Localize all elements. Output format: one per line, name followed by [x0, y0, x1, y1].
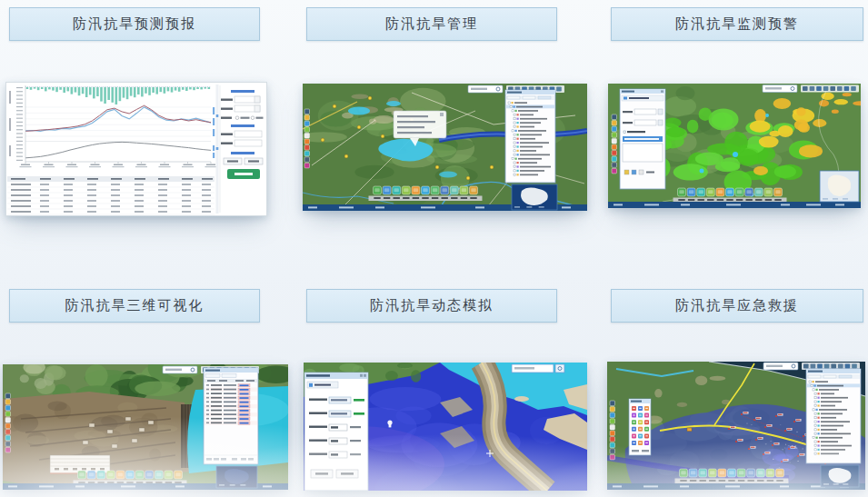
overview-minimap	[512, 184, 557, 210]
feature-screenshot-monitoring[interactable]	[608, 84, 861, 208]
management-map-image	[303, 84, 587, 211]
overview-minimap	[821, 465, 859, 487]
overview-minimap	[820, 171, 859, 202]
breach-simulation-dialog	[304, 373, 368, 491]
layer-tree-panel	[806, 369, 861, 463]
monitoring-map-image	[608, 84, 861, 208]
feature-title-label: 防汛抗旱应急救援	[675, 297, 799, 314]
product-overview-page: 防汛抗旱预测预报 防汛抗旱管理 防汛抗旱监测预警 防汛抗旱三维可视化 防汛抗旱动…	[0, 0, 868, 497]
app-dock	[675, 469, 789, 483]
search-box	[512, 364, 564, 373]
feature-title-simulation[interactable]: 防汛抗旱动态模拟	[306, 289, 557, 323]
feature-screenshot-rescue[interactable]	[607, 362, 865, 490]
feature-title-label: 防汛抗旱监测预警	[675, 15, 799, 33]
feature-title-label: 防汛抗旱管理	[385, 15, 478, 33]
app-dock	[74, 471, 187, 485]
query-submit-button	[227, 169, 260, 179]
rescue-map-image	[607, 362, 865, 490]
overview-minimap	[216, 466, 257, 488]
feature-title-label: 防汛抗旱动态模拟	[370, 297, 494, 314]
app-dock	[673, 188, 787, 203]
monitoring-query-panel	[620, 89, 665, 189]
feature-title-visualization[interactable]: 防汛抗旱三维可视化	[9, 289, 260, 323]
app-dock	[369, 186, 483, 201]
feature-title-forecast[interactable]: 防汛抗旱预测预报	[9, 7, 260, 41]
feature-title-label: 防汛抗旱三维可视化	[65, 297, 205, 314]
scene-list-panel	[204, 368, 258, 464]
feature-title-monitoring[interactable]: 防汛抗旱监测预警	[611, 7, 863, 41]
feature-title-label: 防汛抗旱预测预报	[73, 15, 196, 33]
simulation-scene-image	[304, 363, 587, 491]
feature-title-rescue[interactable]: 防汛抗旱应急救援	[611, 289, 863, 323]
feature-screenshot-forecast[interactable]	[5, 82, 267, 216]
feature-screenshot-simulation[interactable]	[304, 363, 587, 491]
map-toolbar-top	[763, 85, 859, 93]
forecast-dashboard-image	[5, 82, 267, 216]
feature-screenshot-visualization[interactable]	[3, 364, 288, 490]
symbol-palette-panel	[629, 399, 651, 455]
status-bar	[608, 202, 861, 208]
feature-title-management[interactable]: 防汛抗旱管理	[306, 7, 557, 41]
layer-tree-panel	[505, 90, 555, 183]
feature-screenshot-management[interactable]	[303, 84, 587, 211]
three-d-scene-image	[3, 364, 288, 490]
